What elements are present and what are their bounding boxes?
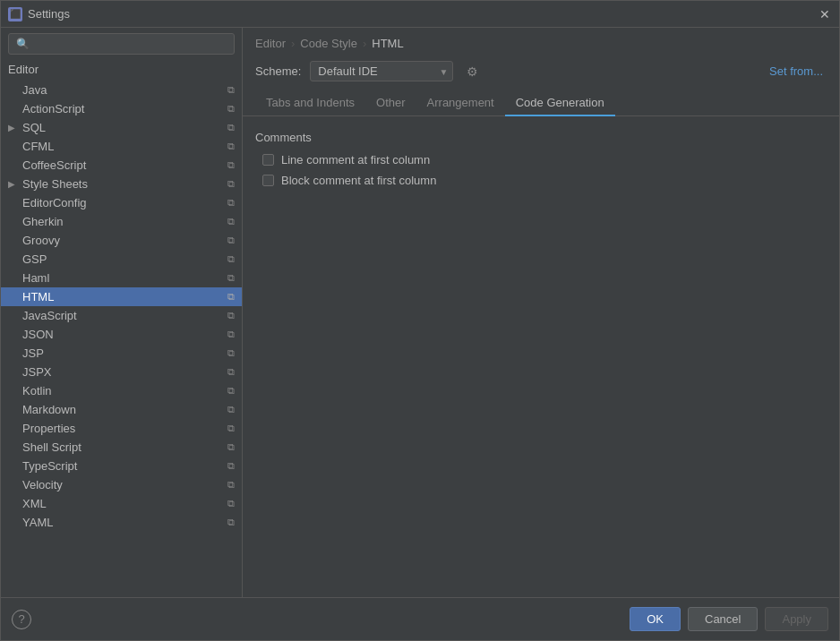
properties-copy-icon: ⧉ — [227, 423, 235, 434]
tabs-row: Tabs and Indents Other Arrangement Code … — [243, 90, 839, 116]
typescript-copy-icon: ⧉ — [227, 460, 235, 472]
shell-script-copy-icon: ⧉ — [227, 441, 235, 453]
bottom-buttons: OK Cancel Apply — [630, 607, 828, 631]
sidebar-item-properties[interactable]: Properties ⧉ — [1, 419, 242, 438]
sidebar-item-html[interactable]: HTML ⧉ — [1, 287, 242, 306]
sidebar-item-actionscript[interactable]: ActionScript ⧉ — [1, 99, 242, 118]
tab-arrangement[interactable]: Arrangement — [416, 90, 505, 116]
main-content: Editor Java ⧉ ActionScript ⧉ — [1, 28, 839, 597]
yaml-label: YAML — [22, 516, 53, 529]
cancel-button[interactable]: Cancel — [688, 607, 758, 631]
scheme-label: Scheme: — [255, 64, 301, 78]
apply-button[interactable]: Apply — [765, 607, 828, 631]
sidebar-item-jsp[interactable]: JSP ⧉ — [1, 344, 242, 363]
json-copy-icon: ⧉ — [227, 329, 235, 340]
tab-content: Comments Line comment at first column Bl… — [243, 116, 839, 597]
markdown-label: Markdown — [22, 403, 76, 416]
sidebar-item-typescript[interactable]: TypeScript ⧉ — [1, 457, 242, 475]
settings-window: ⬛ Settings ✕ Editor Java ⧉ — [0, 0, 840, 641]
html-copy-icon: ⧉ — [227, 291, 235, 303]
jspx-label: JSPX — [22, 365, 52, 379]
html-label: HTML — [22, 290, 54, 303]
sidebar-item-kotlin[interactable]: Kotlin ⧉ — [1, 381, 242, 400]
breadcrumb-sep-1: › — [291, 37, 295, 50]
editorconfig-copy-icon: ⧉ — [227, 197, 235, 209]
shell-script-label: Shell Script — [22, 440, 81, 454]
sidebar-item-shell-script[interactable]: Shell Script ⧉ — [1, 438, 242, 457]
ok-button[interactable]: OK — [630, 607, 681, 631]
tab-tabs-and-indents[interactable]: Tabs and Indents — [255, 90, 365, 116]
java-copy-icon: ⧉ — [227, 84, 235, 96]
actionscript-label: ActionScript — [22, 102, 84, 115]
breadcrumb-sep-2: › — [363, 37, 366, 50]
gherkin-label: Gherkin — [22, 215, 64, 228]
scheme-gear-button[interactable]: ⚙ — [462, 62, 483, 81]
block-comment-label: Block comment at first column — [281, 174, 436, 187]
velocity-label: Velocity — [22, 478, 63, 491]
sidebar-item-xml[interactable]: XML ⧉ — [1, 494, 242, 513]
sql-copy-icon: ⧉ — [227, 122, 235, 133]
editorconfig-label: EditorConfig — [22, 196, 87, 209]
sidebar-item-haml[interactable]: Haml ⧉ — [1, 269, 242, 287]
sidebar-item-sql[interactable]: ▶ SQL ⧉ — [1, 118, 242, 137]
sidebar-item-coffeescript[interactable]: CoffeeScript ⧉ — [1, 156, 242, 175]
sql-label: SQL — [22, 121, 46, 134]
coffeescript-copy-icon: ⧉ — [227, 159, 235, 171]
haml-label: Haml — [22, 271, 49, 285]
jsp-copy-icon: ⧉ — [227, 347, 235, 359]
sidebar-item-yaml[interactable]: YAML ⧉ — [1, 513, 242, 532]
sidebar-item-gsp[interactable]: GSP ⧉ — [1, 250, 242, 269]
sidebar-item-velocity[interactable]: Velocity ⧉ — [1, 475, 242, 494]
sidebar-item-jspx[interactable]: JSPX ⧉ — [1, 363, 242, 381]
line-comment-checkbox[interactable] — [262, 154, 274, 166]
scheme-row: Scheme: Default IDE Project ▼ ⚙ Set from… — [243, 57, 839, 90]
kotlin-label: Kotlin — [22, 384, 52, 397]
style-sheets-copy-icon: ⧉ — [227, 178, 235, 190]
tab-code-generation[interactable]: Code Generation — [505, 90, 615, 116]
coffeescript-label: CoffeeScript — [22, 158, 86, 172]
jsp-label: JSP — [22, 346, 44, 360]
gherkin-copy-icon: ⧉ — [227, 216, 235, 227]
style-sheets-label: Style Sheets — [22, 177, 88, 191]
block-comment-checkbox[interactable] — [262, 175, 274, 186]
xml-copy-icon: ⧉ — [227, 498, 235, 509]
help-button[interactable]: ? — [12, 610, 31, 629]
cfml-label: CFML — [22, 140, 54, 153]
sidebar-item-javascript[interactable]: JavaScript ⧉ — [1, 306, 242, 325]
set-from-link[interactable]: Set from... — [769, 64, 827, 78]
haml-copy-icon: ⧉ — [227, 272, 235, 284]
sidebar-item-cfml[interactable]: CFML ⧉ — [1, 137, 242, 156]
line-comment-row: Line comment at first column — [255, 153, 827, 167]
main-panel: Editor › Code Style › HTML Scheme: Defau… — [243, 28, 839, 597]
line-comment-label: Line comment at first column — [281, 153, 430, 167]
window-title: Settings — [28, 7, 818, 21]
tab-other[interactable]: Other — [365, 90, 416, 116]
sidebar-item-gherkin[interactable]: Gherkin ⧉ — [1, 212, 242, 231]
cfml-copy-icon: ⧉ — [227, 141, 235, 152]
properties-label: Properties — [22, 422, 75, 435]
sidebar-item-java[interactable]: Java ⧉ — [1, 81, 242, 99]
xml-label: XML — [22, 497, 47, 510]
sidebar-section-editor[interactable]: Editor — [1, 60, 242, 79]
search-input[interactable] — [8, 33, 235, 55]
sidebar-item-json[interactable]: JSON ⧉ — [1, 325, 242, 344]
actionscript-copy-icon: ⧉ — [227, 103, 235, 115]
typescript-label: TypeScript — [22, 459, 77, 473]
velocity-copy-icon: ⧉ — [227, 479, 235, 491]
bottom-bar: ? OK Cancel Apply — [1, 597, 839, 640]
java-label: Java — [22, 83, 47, 97]
yaml-copy-icon: ⧉ — [227, 517, 235, 528]
groovy-label: Groovy — [22, 234, 60, 247]
sidebar-item-style-sheets[interactable]: ▶ Style Sheets ⧉ — [1, 175, 242, 193]
javascript-copy-icon: ⧉ — [227, 310, 235, 321]
sidebar-item-editorconfig[interactable]: EditorConfig ⧉ — [1, 193, 242, 212]
comments-section-title: Comments — [255, 131, 827, 144]
breadcrumb-code-style: Code Style — [300, 37, 357, 50]
scheme-select[interactable]: Default IDE Project — [310, 61, 453, 81]
sidebar-item-groovy[interactable]: Groovy ⧉ — [1, 231, 242, 250]
style-sheets-expand-arrow: ▶ — [8, 179, 15, 189]
sidebar-item-markdown[interactable]: Markdown ⧉ — [1, 400, 242, 419]
breadcrumb: Editor › Code Style › HTML — [243, 28, 839, 57]
close-button[interactable]: ✕ — [818, 7, 832, 21]
sql-expand-arrow: ▶ — [8, 123, 15, 132]
